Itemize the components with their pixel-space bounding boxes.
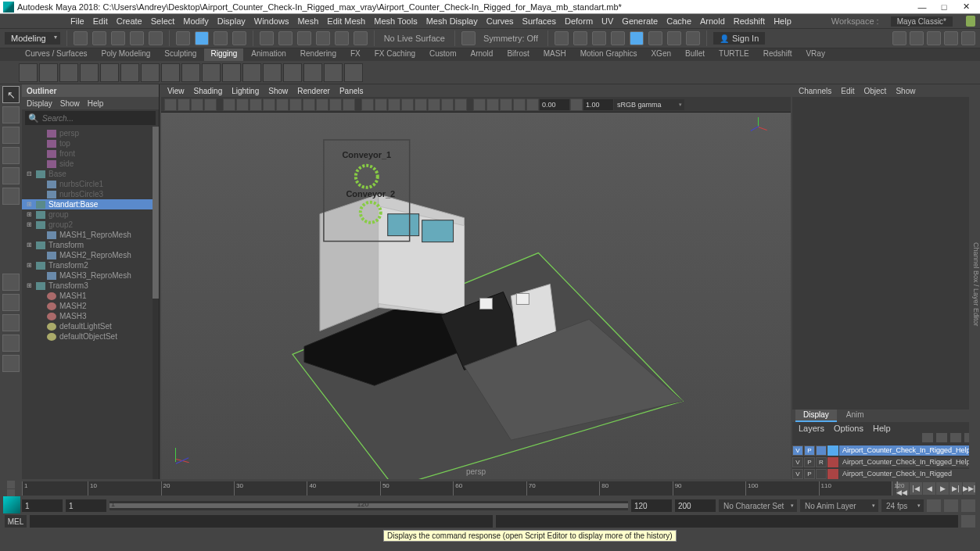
vp-menu-item[interactable]: Lighting bbox=[232, 87, 259, 95]
vp-tool-button[interactable] bbox=[415, 98, 427, 111]
vp-tool-button[interactable] bbox=[401, 98, 414, 111]
shelf-tab[interactable]: FX bbox=[344, 48, 367, 61]
shelf-button[interactable] bbox=[303, 63, 322, 82]
scale-tool[interactable] bbox=[2, 188, 20, 205]
anim-layer-dropdown[interactable]: No Anim Layer bbox=[800, 499, 878, 512]
anim-end-field[interactable]: 200 bbox=[675, 499, 716, 512]
vp-colorspace-dropdown[interactable]: sRGB gamma bbox=[614, 99, 684, 110]
toolbar-button[interactable] bbox=[686, 31, 700, 45]
menu-item[interactable]: Modify bbox=[183, 16, 208, 26]
shelf-button[interactable] bbox=[19, 63, 38, 82]
layout-button[interactable] bbox=[892, 31, 906, 45]
snap-button[interactable] bbox=[316, 31, 330, 45]
menu-item[interactable]: File bbox=[70, 16, 84, 26]
vp-tool-button[interactable] bbox=[486, 98, 499, 111]
play-forward-button[interactable]: ▶ bbox=[936, 482, 949, 495]
outliner-node[interactable]: MASH3_ReproMesh bbox=[22, 270, 159, 281]
fps-dropdown[interactable]: 24 fps bbox=[881, 499, 924, 512]
vp-exposure-field[interactable]: 0.00 bbox=[540, 99, 569, 110]
shelf-tab[interactable]: Bifrost bbox=[501, 48, 535, 61]
vp-tool-button[interactable] bbox=[236, 98, 249, 111]
vp-tool-button[interactable] bbox=[375, 98, 387, 111]
outliner-menu-item[interactable]: Show bbox=[60, 99, 80, 108]
layer-tool-icon[interactable] bbox=[950, 433, 961, 442]
vp-gamma-field[interactable]: 1.00 bbox=[583, 99, 613, 110]
play-back-button[interactable]: ◀ bbox=[923, 482, 935, 495]
menu-item[interactable]: Redshift bbox=[734, 16, 765, 26]
menu-set-dropdown[interactable]: Modeling bbox=[5, 32, 60, 45]
vp-menu-item[interactable]: Shading bbox=[194, 87, 223, 95]
maximize-button[interactable]: □ bbox=[933, 1, 955, 13]
vp-tool-button[interactable] bbox=[513, 98, 526, 111]
outliner-node[interactable]: ⊞Transform3 bbox=[22, 281, 159, 291]
right-sidebar-label[interactable]: Channel Box / Layer Editor bbox=[969, 84, 980, 479]
vp-tool-button[interactable] bbox=[178, 98, 190, 111]
shelf-tab[interactable]: Curves / Surfaces bbox=[19, 48, 93, 61]
outliner-node[interactable]: ⊟Base bbox=[22, 169, 159, 179]
layer-tool-icon[interactable] bbox=[936, 433, 947, 442]
vp-tool-button[interactable] bbox=[191, 98, 203, 111]
prefs-button[interactable] bbox=[961, 499, 975, 512]
lasso-tool[interactable] bbox=[2, 106, 20, 123]
layout-button[interactable] bbox=[2, 294, 20, 311]
layout-button[interactable] bbox=[2, 314, 20, 331]
layer-row[interactable]: VPAirport_Counter_Check_In_Rigged_Helper… bbox=[792, 445, 980, 456]
move-tool[interactable] bbox=[2, 147, 20, 164]
shelf-button[interactable] bbox=[100, 63, 119, 82]
rp-menu-item[interactable]: Show bbox=[896, 87, 915, 95]
outliner-node[interactable]: side bbox=[22, 159, 159, 169]
shelf-button[interactable] bbox=[80, 63, 99, 82]
undo-button[interactable] bbox=[130, 31, 144, 45]
snap-button[interactable] bbox=[335, 31, 349, 45]
select-mode-button[interactable] bbox=[176, 31, 190, 45]
shelf-button[interactable] bbox=[344, 63, 363, 82]
viewport-3d[interactable]: Conveyor_1 Conveyor_2 persp bbox=[161, 113, 791, 479]
menu-item[interactable]: Arnold bbox=[700, 16, 725, 26]
open-scene-button[interactable] bbox=[92, 31, 106, 45]
snap-button[interactable] bbox=[354, 31, 368, 45]
outliner-node[interactable]: front bbox=[22, 148, 159, 159]
toolbar-button[interactable] bbox=[630, 31, 644, 45]
range-slider[interactable]: 1 120 bbox=[109, 501, 628, 510]
view-cube-icon[interactable] bbox=[750, 117, 767, 134]
shelf-button[interactable] bbox=[263, 63, 282, 82]
layout-button[interactable] bbox=[944, 31, 958, 45]
vp-tool-button[interactable] bbox=[329, 98, 342, 111]
minimize-button[interactable]: — bbox=[911, 1, 933, 13]
timeline-tool[interactable] bbox=[7, 481, 15, 488]
outliner-node[interactable]: ⊞group2 bbox=[22, 220, 159, 230]
menu-item[interactable]: Deform bbox=[565, 16, 593, 26]
layer-tool-icon[interactable] bbox=[922, 433, 933, 442]
menu-item[interactable]: Mesh Display bbox=[426, 16, 478, 26]
shelf-tab[interactable]: Rigging bbox=[204, 48, 243, 61]
outliner-node[interactable]: defaultObjectSet bbox=[22, 331, 159, 342]
loop-button[interactable] bbox=[927, 499, 941, 512]
shelf-button[interactable] bbox=[39, 63, 58, 82]
layer-menu-item[interactable]: Options bbox=[834, 424, 863, 431]
shelf-button[interactable] bbox=[202, 63, 221, 82]
outliner-node[interactable]: ⊞Standart:Base bbox=[22, 199, 159, 209]
vp-tool-button[interactable] bbox=[276, 98, 289, 111]
vp-tool-button[interactable] bbox=[500, 98, 512, 111]
shelf-tab[interactable]: MASH bbox=[537, 48, 573, 61]
vp-tool-button[interactable] bbox=[526, 98, 539, 111]
menu-item[interactable]: Generate bbox=[622, 16, 658, 26]
menu-item[interactable]: Edit bbox=[93, 16, 108, 26]
layout-button[interactable] bbox=[927, 31, 941, 45]
script-editor-button[interactable] bbox=[961, 515, 975, 528]
vp-menu-item[interactable]: Show bbox=[268, 87, 288, 95]
paint-select-tool[interactable] bbox=[2, 127, 20, 144]
vp-tool-button[interactable] bbox=[204, 98, 217, 111]
shelf-button[interactable] bbox=[120, 63, 139, 82]
menu-item[interactable]: Mesh bbox=[297, 16, 318, 26]
outliner-node[interactable]: top bbox=[22, 138, 159, 148]
redo-button[interactable] bbox=[149, 31, 163, 45]
menu-item[interactable]: Edit Mesh bbox=[327, 16, 365, 26]
select-mode-button[interactable] bbox=[232, 31, 246, 45]
shelf-tab[interactable]: Sculpting bbox=[158, 48, 203, 61]
menu-item[interactable]: Display bbox=[217, 16, 246, 26]
vp-menu-item[interactable]: Panels bbox=[339, 87, 364, 95]
layout-button[interactable] bbox=[2, 274, 20, 291]
shelf-tab[interactable]: FX Caching bbox=[368, 48, 422, 61]
outliner-node[interactable]: MASH3 bbox=[22, 311, 159, 321]
